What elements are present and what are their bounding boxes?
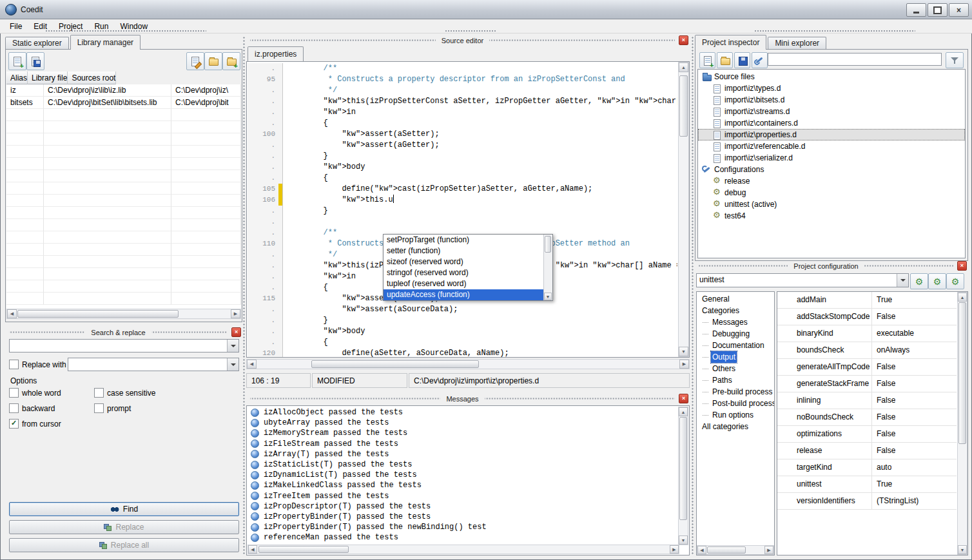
code-line[interactable]: 120 define(aSetter, aSourceData, aName); (248, 348, 677, 357)
code-line[interactable]: . (248, 217, 677, 227)
property-row[interactable]: inlining False (777, 392, 957, 409)
tree-item[interactable]: test64 (698, 210, 965, 222)
option-checkbox[interactable]: ✓ case sensitive (94, 387, 228, 398)
scroll-up-arrow[interactable] (679, 407, 688, 416)
scroll-thumb[interactable] (311, 360, 479, 368)
minimize-button[interactable] (906, 3, 926, 17)
title-bar[interactable]: Coedit × (0, 0, 972, 19)
code-line[interactable]: 100 "kw">assert(aSetter); (248, 129, 677, 140)
code-line[interactable]: . "kw">body (248, 326, 677, 337)
property-value[interactable]: (TStringList) (872, 493, 919, 509)
tree-item[interactable]: import\iz\serializer.d (698, 152, 965, 164)
message-row[interactable]: izAllocObject passed the tests (248, 407, 677, 418)
tree-item[interactable]: release (698, 175, 965, 187)
message-row[interactable]: referenceMan passed the tests (248, 532, 677, 543)
scroll-down-arrow[interactable] (544, 293, 552, 300)
property-grid-vscrollbar[interactable] (957, 292, 967, 555)
library-row[interactable]: iz C:\Dev\dproj\iz\lib\iz.lib C:\Dev\dpr… (6, 84, 241, 97)
close-messages-button[interactable]: × (679, 394, 688, 403)
library-row[interactable] (6, 170, 241, 182)
category-item[interactable]: Others (697, 363, 774, 374)
code-line[interactable]: . } (248, 206, 677, 217)
property-row[interactable]: noBoundsCheck False (777, 409, 957, 426)
property-row[interactable]: generateAllTmpCode False (777, 359, 957, 376)
category-item[interactable]: Post-build process (697, 398, 774, 409)
category-item[interactable]: All categories (697, 421, 774, 432)
library-row[interactable] (6, 133, 241, 146)
search-term-dropdown[interactable] (9, 339, 239, 352)
tools-button[interactable] (752, 52, 768, 68)
category-item[interactable]: Output (697, 351, 774, 363)
message-row[interactable]: izPropertyBinder(T) passed the tests (248, 512, 677, 522)
option-checkbox[interactable]: ✓ backward (9, 403, 94, 414)
tab[interactable]: Project inspector (695, 35, 766, 50)
code-line[interactable]: 95 * Constructs a property descriptor fr… (248, 74, 677, 85)
message-row[interactable]: izPropDescriptor(T) passed the tests (248, 501, 677, 512)
new-file-button[interactable]: + (699, 52, 715, 68)
tree-item[interactable]: import\iz\types.d (698, 82, 965, 94)
dropdown-arrow-icon[interactable] (227, 358, 238, 371)
library-row[interactable] (6, 195, 241, 207)
dropdown-arrow-icon[interactable] (227, 340, 238, 352)
library-row[interactable] (6, 293, 241, 305)
scroll-thumb[interactable] (258, 546, 349, 553)
property-value[interactable]: False (872, 426, 895, 442)
property-value[interactable]: auto (872, 459, 891, 476)
library-row[interactable]: bitsets C:\Dev\dproj\bitSet\lib\bitsets.… (6, 97, 241, 109)
library-row[interactable] (6, 244, 241, 256)
replace-term-value[interactable] (68, 358, 227, 371)
code-line[interactable]: . "kw">this(izPropSetterConst aSetter, i… (248, 96, 677, 107)
message-row[interactable]: izDynamicList(T) passed the tests (248, 470, 677, 480)
clone-configuration-button[interactable]: ⚙ (946, 273, 964, 289)
scroll-left-arrow[interactable] (247, 360, 257, 369)
source-editor-grip[interactable]: Source editor × (246, 35, 690, 45)
scroll-right-arrow[interactable] (764, 546, 773, 554)
configuration-dropdown[interactable]: unittest (696, 273, 909, 287)
message-row[interactable]: izStaticList(T) passed the tests (248, 459, 677, 470)
library-row[interactable] (6, 231, 241, 244)
search-replace-grip[interactable]: Search & replace × (5, 327, 242, 337)
message-row[interactable]: izMemoryStream passed the tests (248, 428, 677, 438)
category-item[interactable]: Categories (697, 305, 774, 316)
code-line[interactable]: . "kw">body (248, 162, 677, 173)
message-row[interactable]: ubyteArray passed the tests (248, 418, 677, 428)
scroll-down-arrow[interactable] (679, 347, 688, 356)
menu-item[interactable]: File (4, 20, 28, 33)
add-library-button[interactable]: + (8, 52, 26, 70)
property-row[interactable]: targetKind auto (777, 459, 957, 476)
scroll-thumb[interactable] (679, 75, 688, 137)
scroll-thumb[interactable] (545, 236, 551, 253)
column-header[interactable]: Library file (28, 72, 68, 84)
code-line[interactable]: . } (248, 151, 677, 162)
message-row[interactable]: izFileStream passed the tests (248, 439, 677, 449)
editor-tab[interactable]: iz.properties (248, 46, 304, 61)
property-row[interactable]: binaryKind executable (777, 325, 957, 342)
library-row[interactable] (6, 207, 241, 219)
tree-item[interactable]: import\iz\referencable.d (698, 140, 965, 152)
open-library-folder-button[interactable] (204, 52, 222, 70)
close-source-editor-button[interactable]: × (679, 35, 688, 45)
configuration-value[interactable]: unittest (697, 274, 897, 287)
completion-item[interactable]: sizeof (reserved word) (384, 256, 544, 267)
edit-library-button[interactable] (186, 52, 204, 70)
editor-hscrollbar[interactable] (246, 359, 690, 369)
scroll-right-arrow[interactable] (670, 545, 679, 554)
category-item[interactable]: Debugging (697, 328, 774, 340)
scroll-thumb[interactable] (958, 302, 966, 444)
editor-vscrollbar[interactable] (678, 62, 689, 357)
project-configuration-grip[interactable]: Project configuration × (695, 261, 968, 271)
dropdown-arrow-icon[interactable] (897, 274, 908, 287)
tree-item[interactable]: import\iz\containers.d (698, 117, 965, 129)
scroll-left-arrow[interactable] (248, 545, 257, 554)
property-value[interactable]: True (872, 476, 892, 492)
property-value[interactable]: executable (872, 325, 914, 342)
code-line[interactable]: 105 define("kw">cast(izPropSetter)aSette… (248, 184, 677, 195)
property-value[interactable]: False (872, 309, 895, 325)
replace-term-dropdown[interactable] (68, 358, 239, 371)
property-row[interactable]: release False (777, 443, 957, 459)
library-row[interactable] (6, 268, 241, 280)
library-table-hscrollbar[interactable] (6, 309, 241, 319)
option-checkbox[interactable]: ✓ from cursor (9, 418, 94, 429)
tree-item[interactable]: unittest (active) (698, 198, 965, 210)
find-button[interactable]: Find (9, 502, 239, 516)
